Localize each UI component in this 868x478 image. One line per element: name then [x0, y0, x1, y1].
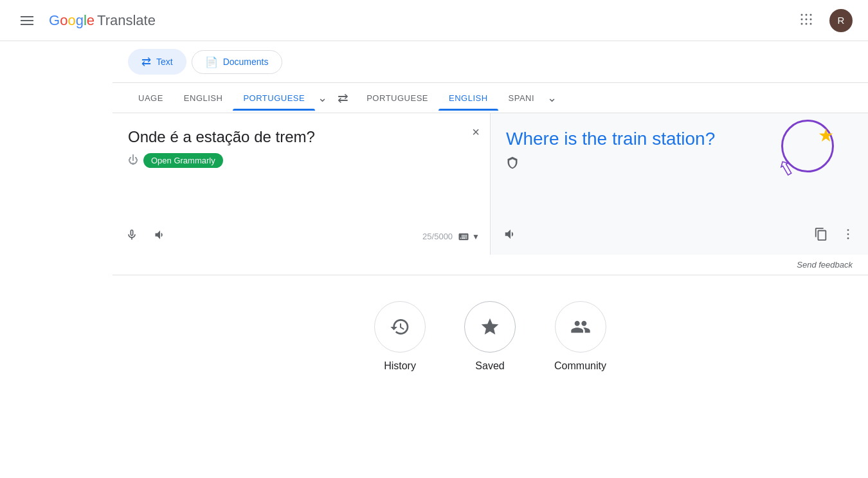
header-right: R — [793, 6, 853, 35]
char-count: 25/5000 — [422, 232, 453, 241]
community-circle — [555, 301, 606, 353]
lang-portuguese-target[interactable]: PORTUGUESE — [356, 86, 439, 111]
char-count-area: 25/5000 ▼ — [422, 231, 480, 243]
translation-output: Where is the train station? — [506, 126, 853, 151]
svg-point-4 — [806, 18, 808, 20]
header: Google Translate R — [0, 0, 868, 41]
target-panel: Where is the train station? ★ ⇧ — [491, 113, 868, 255]
source-panel-bottom: 25/5000 ▼ — [123, 226, 480, 247]
history-item[interactable]: History — [374, 301, 426, 372]
svg-point-6 — [801, 23, 803, 24]
target-languages: PORTUGUESE ENGLISH SPANI ⌄ — [356, 86, 559, 111]
translation-action-icons — [811, 225, 858, 247]
swap-languages-button[interactable]: ⇄ — [330, 85, 356, 111]
more-options-button[interactable] — [838, 225, 858, 247]
svg-point-1 — [806, 14, 808, 15]
saved-circle — [464, 301, 516, 353]
source-chevron-icon[interactable]: ⌄ — [315, 88, 330, 107]
volume-icon[interactable] — [151, 226, 169, 247]
svg-point-5 — [810, 18, 812, 20]
history-circle — [374, 301, 426, 353]
svg-point-10 — [847, 234, 849, 235]
svg-point-8 — [810, 23, 812, 24]
community-label: Community — [554, 360, 606, 372]
saved-label: Saved — [475, 360, 504, 372]
user-avatar[interactable]: R — [829, 9, 853, 32]
translation-panels: Onde é a estação de trem? ⏻ Open Grammar… — [113, 113, 868, 255]
lang-portuguese-source[interactable]: PORTUGUESE — [233, 86, 315, 111]
listen-translation-button[interactable] — [501, 225, 520, 247]
source-panel-icons — [123, 226, 169, 247]
apps-icon[interactable] — [793, 6, 819, 35]
history-label: History — [384, 360, 416, 372]
tab-text-label: Text — [156, 57, 173, 67]
target-panel-bottom — [501, 225, 858, 247]
lang-detect[interactable]: UAGE — [128, 86, 174, 111]
menu-button[interactable] — [15, 11, 39, 30]
keyboard-icon[interactable]: ▼ — [458, 231, 480, 243]
document-icon: 📄 — [205, 56, 218, 68]
chevron-down-icon: ▼ — [472, 232, 480, 241]
svg-point-11 — [847, 237, 849, 239]
language-bar: UAGE ENGLISH PORTUGUESE ⌄ ⇄ PORTUGUESE E… — [113, 82, 868, 113]
lang-english-target[interactable]: ENGLISH — [439, 86, 498, 111]
community-item[interactable]: Community — [554, 301, 606, 372]
svg-point-3 — [801, 18, 803, 20]
tab-documents-label: Documents — [223, 57, 269, 67]
svg-point-7 — [806, 23, 808, 24]
bottom-section: History Saved Community — [113, 275, 868, 385]
send-feedback-link[interactable]: Send feedback — [113, 255, 868, 275]
target-chevron-icon[interactable]: ⌄ — [545, 88, 559, 107]
saved-item[interactable]: Saved — [464, 301, 516, 372]
svg-point-2 — [810, 14, 812, 15]
lang-spanish-target[interactable]: SPANI — [498, 86, 545, 111]
microphone-icon[interactable] — [123, 226, 141, 247]
translate-icon: ⇄ — [141, 55, 151, 69]
tab-buttons: ⇄ Text 📄 Documents — [113, 41, 868, 82]
open-grammarly-button[interactable]: Open Grammarly — [143, 153, 223, 168]
source-languages: UAGE ENGLISH PORTUGUESE ⌄ — [128, 86, 330, 111]
source-panel: Onde é a estação de trem? ⏻ Open Grammar… — [113, 113, 491, 255]
svg-point-0 — [801, 14, 803, 15]
clear-input-button[interactable]: × — [472, 125, 480, 140]
header-left: Google Translate — [15, 11, 156, 30]
source-input[interactable]: Onde é a estação de trem? — [128, 126, 475, 148]
svg-point-9 — [847, 229, 849, 231]
logo-text: Google — [49, 12, 95, 29]
copy-translation-button[interactable] — [811, 225, 831, 247]
tab-documents[interactable]: 📄 Documents — [192, 50, 282, 74]
lang-english-source[interactable]: ENGLISH — [174, 86, 233, 111]
tab-text[interactable]: ⇄ Text — [128, 49, 186, 75]
product-name: Translate — [97, 12, 156, 29]
logo: Google Translate — [49, 12, 156, 29]
main-content: ⇄ Text 📄 Documents UAGE ENGLISH PORTUGUE… — [113, 41, 868, 385]
grammarly-bar: ⏻ Open Grammarly — [128, 153, 475, 168]
power-icon: ⏻ — [128, 154, 138, 166]
shield-icon — [506, 156, 853, 172]
